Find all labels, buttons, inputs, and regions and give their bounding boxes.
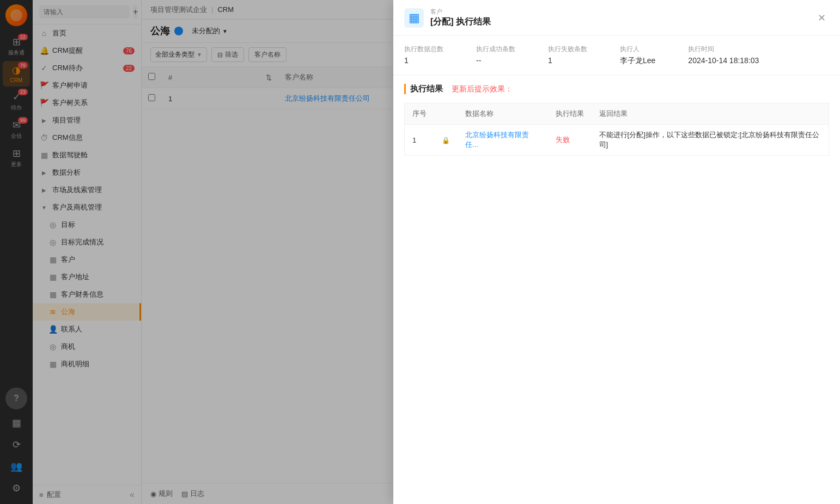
result-data-name-link[interactable]: 北京纷扬科技有限责任... <box>465 131 529 149</box>
result-section-header: 执行结果 更新后提示效果： <box>404 84 829 94</box>
modal-icon-symbol: ▦ <box>409 11 420 25</box>
stat-total: 执行数据总数 1 <box>404 45 443 66</box>
modal-panel: ▦ 客户 [分配] 执行结果 ✕ 执行数据总数 1 执行成功条数 -- 执行失败… <box>393 0 840 504</box>
modal-overlay[interactable]: ▦ 客户 [分配] 执行结果 ✕ 执行数据总数 1 执行成功条数 -- 执行失败… <box>0 0 840 504</box>
stat-executor: 执行人 李子龙Lee <box>620 45 655 66</box>
lock-icon: 🔒 <box>442 137 450 144</box>
result-row-data-name[interactable]: 北京纷扬科技有限责任... <box>458 125 548 156</box>
stat-executor-value: 李子龙Lee <box>620 56 655 66</box>
result-table-header: 序号 数据名称 执行结果 返回结果 <box>405 103 829 125</box>
result-table-row: 1 🔒 北京纷扬科技有限责任... 失败 不能进行[分配]操作，以下这些数据已被… <box>405 125 829 156</box>
result-header-seq: 序号 <box>405 103 435 125</box>
result-table: 序号 数据名称 执行结果 返回结果 1 🔒 北京纷扬科技有限责 <box>404 103 829 156</box>
result-header-data-name: 数据名称 <box>458 103 548 125</box>
result-row-result: 失败 <box>548 125 592 156</box>
stat-total-label: 执行数据总数 <box>404 45 443 54</box>
result-row-seq: 1 <box>405 125 435 156</box>
modal-body: 执行结果 更新后提示效果： 序号 数据名称 执行结果 返回结果 1 <box>393 75 840 504</box>
result-row-lock: 🔒 <box>434 125 458 156</box>
result-header-result: 执行结果 <box>548 103 592 125</box>
result-header-return: 返回结果 <box>592 103 829 125</box>
modal-stats: 执行数据总数 1 执行成功条数 -- 执行失败条数 1 执行人 李子龙Lee 执… <box>393 36 840 75</box>
result-label: 执行结果 <box>404 84 443 94</box>
modal-icon: ▦ <box>404 8 424 28</box>
stat-time-value: 2024-10-14 18:18:03 <box>688 56 759 65</box>
stat-time: 执行时间 2024-10-14 18:18:03 <box>688 45 759 66</box>
stat-fail-value: 1 <box>548 56 587 65</box>
stat-success-value: -- <box>476 56 515 65</box>
stat-total-value: 1 <box>404 56 443 65</box>
stat-time-label: 执行时间 <box>688 45 759 54</box>
modal-header: ▦ 客户 [分配] 执行结果 ✕ <box>393 0 840 36</box>
modal-close-button[interactable]: ✕ <box>814 10 829 26</box>
modal-title-area: 客户 [分配] 执行结果 <box>430 8 807 28</box>
fail-badge: 失败 <box>556 136 570 144</box>
result-header-lock <box>434 103 458 125</box>
update-prompt: 更新后提示效果： <box>452 84 513 94</box>
result-row-return: 不能进行[分配]操作，以下这些数据已被锁定:[北京纷扬科技有限责任公司] <box>592 125 829 156</box>
modal-breadcrumb: 客户 <box>430 8 807 16</box>
modal-title: [分配] 执行结果 <box>430 16 807 28</box>
stat-executor-label: 执行人 <box>620 45 655 54</box>
stat-fail-label: 执行失败条数 <box>548 45 587 54</box>
stat-success-label: 执行成功条数 <box>476 45 515 54</box>
stat-fail: 执行失败条数 1 <box>548 45 587 66</box>
stat-success: 执行成功条数 -- <box>476 45 515 66</box>
